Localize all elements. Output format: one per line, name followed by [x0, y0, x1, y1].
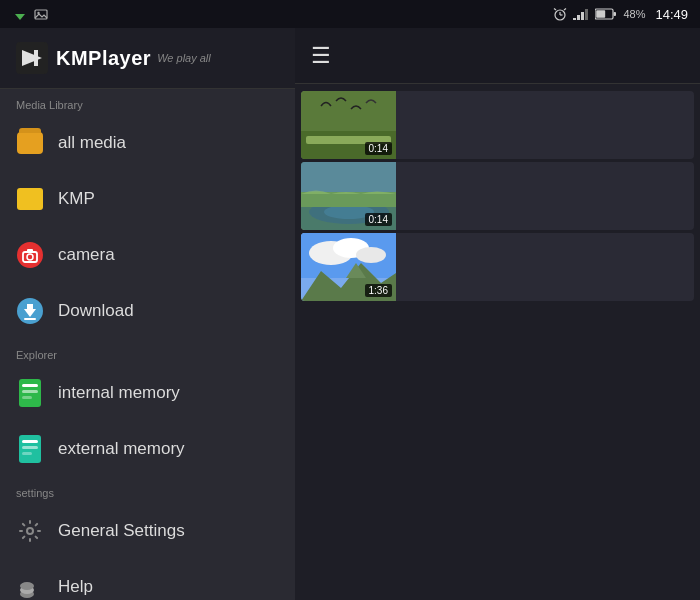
svg-point-50	[356, 247, 386, 263]
svg-line-7	[554, 9, 556, 11]
kmp-icon	[16, 185, 44, 213]
download-label: Download	[58, 301, 134, 321]
battery-percent: 48%	[623, 8, 645, 20]
signal-icon	[573, 8, 589, 20]
svg-rect-9	[573, 18, 576, 20]
camera-icon	[16, 241, 44, 269]
general-settings-label: General Settings	[58, 521, 185, 541]
svg-rect-12	[585, 9, 588, 20]
video-list: 0:14 0:14	[295, 84, 700, 600]
right-panel-header: ☰	[295, 28, 700, 84]
svg-rect-29	[22, 396, 32, 399]
video-duration: 1:36	[365, 284, 392, 297]
svg-rect-15	[597, 10, 606, 18]
battery-icon	[595, 8, 617, 20]
svg-point-34	[27, 528, 33, 534]
video-item[interactable]: 0:14	[301, 162, 694, 230]
settings-icon	[16, 517, 44, 545]
svg-point-19	[17, 242, 43, 268]
svg-rect-18	[34, 50, 38, 66]
svg-rect-14	[614, 12, 617, 16]
hamburger-menu-button[interactable]: ☰	[311, 43, 331, 69]
all-media-icon	[16, 129, 44, 157]
svg-rect-31	[22, 440, 38, 443]
svg-rect-2	[35, 10, 47, 19]
explorer-label: Explorer	[0, 339, 295, 365]
alarm-icon	[553, 7, 567, 21]
sidebar: KMPlayer We play all Media Library all m…	[0, 28, 295, 600]
sidebar-header: KMPlayer We play all	[0, 28, 295, 89]
wifi-icon	[12, 8, 28, 20]
sidebar-item-kmp[interactable]: KMP	[0, 171, 295, 227]
sidebar-item-help[interactable]: Help	[0, 559, 295, 600]
right-panel: ☰ 0:14	[295, 28, 700, 600]
svg-line-8	[564, 9, 566, 11]
svg-rect-33	[22, 452, 32, 455]
app-tagline: We play all	[157, 52, 211, 64]
status-bar: 48% 14:49	[0, 0, 700, 28]
svg-point-37	[20, 582, 34, 590]
sidebar-item-download[interactable]: Download	[0, 283, 295, 339]
video-thumbnail: 0:14	[301, 91, 396, 159]
internal-memory-icon	[16, 379, 44, 407]
video-duration: 0:14	[365, 142, 392, 155]
help-icon	[16, 573, 44, 600]
svg-rect-10	[577, 15, 580, 20]
video-duration: 0:14	[365, 213, 392, 226]
camera-label: camera	[58, 245, 115, 265]
video-item[interactable]: 1:36	[301, 233, 694, 301]
video-thumbnail: 0:14	[301, 162, 396, 230]
sidebar-item-all-media[interactable]: all media	[0, 115, 295, 171]
svg-rect-27	[22, 384, 38, 387]
sidebar-item-camera[interactable]: camera	[0, 227, 295, 283]
status-right-icons: 48% 14:49	[553, 7, 688, 22]
all-media-label: all media	[58, 133, 126, 153]
kmp-label: KMP	[58, 189, 95, 209]
svg-rect-22	[27, 249, 33, 252]
app-container: KMPlayer We play all Media Library all m…	[0, 28, 700, 600]
download-icon	[16, 297, 44, 325]
svg-rect-11	[581, 12, 584, 20]
status-left-icons	[12, 8, 48, 20]
external-memory-icon	[16, 435, 44, 463]
time-display: 14:49	[655, 7, 688, 22]
internal-memory-label: internal memory	[58, 383, 180, 403]
svg-rect-28	[22, 390, 38, 393]
sidebar-item-general-settings[interactable]: General Settings	[0, 503, 295, 559]
svg-rect-32	[22, 446, 38, 449]
svg-rect-25	[24, 318, 36, 320]
video-thumbnail: 1:36	[301, 233, 396, 301]
svg-rect-45	[301, 192, 396, 207]
media-library-label: Media Library	[0, 89, 295, 115]
sidebar-item-external-memory[interactable]: external memory	[0, 421, 295, 477]
app-logo	[16, 42, 48, 74]
external-memory-label: external memory	[58, 439, 185, 459]
app-name: KMPlayer	[56, 47, 151, 70]
sidebar-item-internal-memory[interactable]: internal memory	[0, 365, 295, 421]
help-label: Help	[58, 577, 93, 597]
settings-section-label: settings	[0, 477, 295, 503]
image-icon	[34, 8, 48, 20]
video-item[interactable]: 0:14	[301, 91, 694, 159]
